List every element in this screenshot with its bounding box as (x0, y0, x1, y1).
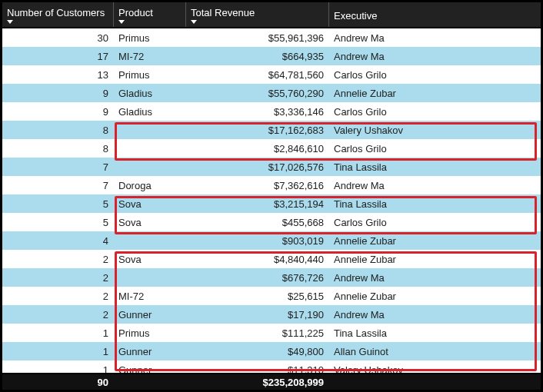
cell-product: Sova (114, 250, 186, 268)
cell-revenue: $55,760,290 (186, 84, 329, 102)
total-product (114, 374, 186, 390)
cell-customers: 7 (2, 158, 114, 176)
cell-product: Gunner (114, 305, 186, 324)
cell-customers: 13 (2, 65, 114, 84)
cell-executive: Annelie Zubar (329, 231, 541, 250)
table-container: Number of Customers Product Total Revenu… (0, 0, 543, 392)
cell-revenue: $455,668 (186, 213, 329, 231)
cell-customers: 2 (2, 287, 114, 305)
cell-executive: Andrew Ma (329, 47, 541, 65)
cell-customers: 5 (2, 194, 114, 213)
table-row[interactable]: 2$676,726Andrew Ma (2, 268, 541, 287)
sort-desc-icon (191, 20, 197, 24)
table-row[interactable]: 17MI-72$664,935Andrew Ma (2, 47, 541, 65)
table-row[interactable]: 7$17,026,576Tina Lassila (2, 158, 541, 176)
cell-customers: 2 (2, 305, 114, 324)
cell-revenue: $17,190 (186, 305, 329, 324)
table-row[interactable]: 8$2,846,610Carlos Grilo (2, 139, 541, 158)
cell-customers: 8 (2, 121, 114, 139)
column-header-label: Total Revenue (191, 7, 324, 18)
cell-product: Sova (114, 213, 186, 231)
sort-desc-icon (7, 20, 13, 24)
cell-revenue: $903,019 (186, 231, 329, 250)
cell-revenue: $17,026,576 (186, 158, 329, 176)
cell-executive: Carlos Grilo (329, 213, 541, 231)
table-row[interactable]: 1Primus$111,225Tina Lassila (2, 324, 541, 342)
table-row[interactable]: 5Sova$455,668Carlos Grilo (2, 213, 541, 231)
cell-revenue: $64,781,560 (186, 65, 329, 84)
cell-executive: Valery Ushakov (329, 121, 541, 139)
cell-customers: 9 (2, 102, 114, 121)
table-row[interactable]: 1Gunner$11,310Valery Ushakov (2, 360, 541, 373)
cell-customers: 4 (2, 231, 114, 250)
cell-executive: Tina Lassila (329, 194, 541, 213)
table-row[interactable]: 5Sova$3,215,194Tina Lassila (2, 194, 541, 213)
table-row[interactable]: 30Primus$55,961,396Andrew Ma (2, 28, 541, 47)
cell-executive: Andrew Ma (329, 176, 541, 194)
cell-executive: Carlos Grilo (329, 102, 541, 121)
column-header-executive[interactable]: Executive (329, 2, 541, 27)
cell-revenue: $25,615 (186, 287, 329, 305)
cell-revenue: $49,800 (186, 342, 329, 360)
cell-revenue: $2,846,610 (186, 139, 329, 158)
cell-customers: 5 (2, 213, 114, 231)
cell-executive: Andrew Ma (329, 28, 541, 47)
cell-customers: 7 (2, 176, 114, 194)
table-row[interactable]: 9Gladius$55,760,290Annelie Zubar (2, 84, 541, 102)
cell-customers: 1 (2, 324, 114, 342)
cell-customers: 9 (2, 84, 114, 102)
table-row[interactable]: 8$17,162,683Valery Ushakov (2, 121, 541, 139)
total-customers: 90 (2, 374, 114, 390)
cell-revenue: $11,310 (186, 360, 329, 373)
cell-product: MI-72 (114, 287, 186, 305)
cell-customers: 30 (2, 28, 114, 47)
cell-revenue: $3,215,194 (186, 194, 329, 213)
cell-executive: Allan Guinot (329, 342, 541, 360)
cell-revenue: $17,162,683 (186, 121, 329, 139)
table-row[interactable]: 2Gunner$17,190Andrew Ma (2, 305, 541, 324)
table-row[interactable]: 2Sova$4,840,440Annelie Zubar (2, 250, 541, 268)
table-row[interactable]: 1Gunner$49,800Allan Guinot (2, 342, 541, 360)
cell-executive: Tina Lassila (329, 158, 541, 176)
cell-product: Primus (114, 324, 186, 342)
cell-revenue: $111,225 (186, 324, 329, 342)
cell-product (114, 158, 186, 176)
cell-product (114, 121, 186, 139)
table-row[interactable]: 9Gladius$3,336,146Carlos Grilo (2, 102, 541, 121)
table-body: 30Primus$55,961,396Andrew Ma17MI-72$664,… (2, 28, 541, 373)
column-header-product[interactable]: Product (114, 2, 186, 27)
cell-customers: 2 (2, 250, 114, 268)
cell-executive: Carlos Grilo (329, 65, 541, 84)
cell-product: Gladius (114, 84, 186, 102)
cell-revenue: $3,336,146 (186, 102, 329, 121)
cell-executive: Andrew Ma (329, 268, 541, 287)
cell-customers: 2 (2, 268, 114, 287)
cell-product: Gunner (114, 342, 186, 360)
cell-executive: Annelie Zubar (329, 250, 541, 268)
cell-revenue: $7,362,616 (186, 176, 329, 194)
cell-executive: Valery Ushakov (329, 360, 541, 373)
table-row[interactable]: 4$903,019Annelie Zubar (2, 231, 541, 250)
cell-revenue: $4,840,440 (186, 250, 329, 268)
cell-product: MI-72 (114, 47, 186, 65)
column-header-customers[interactable]: Number of Customers (2, 2, 114, 27)
table-header-row: Number of Customers Product Total Revenu… (2, 2, 541, 28)
cell-customers: 1 (2, 360, 114, 373)
cell-revenue: $55,961,396 (186, 28, 329, 47)
cell-customers: 17 (2, 47, 114, 65)
cell-customers: 1 (2, 342, 114, 360)
cell-product (114, 139, 186, 158)
cell-executive: Annelie Zubar (329, 84, 541, 102)
cell-executive: Tina Lassila (329, 324, 541, 342)
cell-revenue: $664,935 (186, 47, 329, 65)
table-row[interactable]: 13Primus$64,781,560Carlos Grilo (2, 65, 541, 84)
cell-product: Sova (114, 194, 186, 213)
column-header-label: Number of Customers (7, 7, 108, 18)
table-row[interactable]: 2MI-72$25,615Annelie Zubar (2, 287, 541, 305)
cell-product: Doroga (114, 176, 186, 194)
sort-desc-icon (118, 20, 125, 24)
table-row[interactable]: 7Doroga$7,362,616Andrew Ma (2, 176, 541, 194)
column-header-revenue[interactable]: Total Revenue (186, 2, 329, 27)
cell-executive: Annelie Zubar (329, 287, 541, 305)
cell-executive: Andrew Ma (329, 305, 541, 324)
